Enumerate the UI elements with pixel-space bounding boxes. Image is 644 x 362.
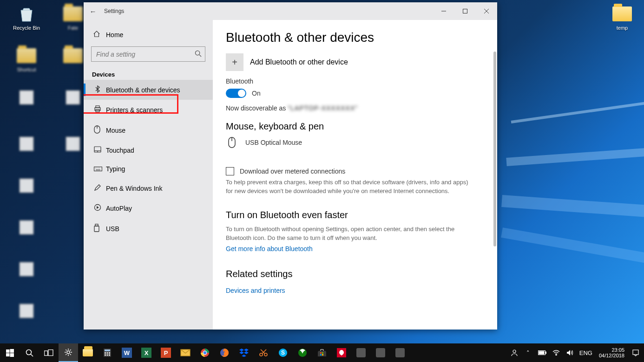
taskbar-app1[interactable]	[351, 343, 371, 362]
svg-rect-43	[105, 349, 110, 351]
desktop-icon-item[interactable]	[8, 301, 45, 322]
nav-label: USB	[106, 225, 119, 233]
notifications-icon[interactable]	[629, 343, 642, 362]
taskbar-settings[interactable]	[59, 343, 78, 362]
taskbar-task-view[interactable]	[39, 343, 59, 362]
svg-rect-3	[66, 137, 80, 151]
nav-item-pen[interactable]: Pen & Windows Ink	[84, 178, 213, 198]
taskbar-start[interactable]	[0, 343, 20, 362]
scrollbar[interactable]	[493, 20, 497, 330]
desktop-icon-item[interactable]	[8, 134, 45, 155]
page-title: Bluetooth & other devices	[226, 30, 484, 45]
desktop-icon-recycle-bin[interactable]: Recycle Bin	[8, 4, 45, 31]
taskbar-store[interactable]	[312, 343, 332, 362]
add-device-button[interactable]: + Add Bluetooth or other device	[226, 53, 484, 71]
nav-label: Typing	[106, 165, 125, 173]
taskbar-firefox[interactable]	[215, 343, 234, 362]
add-device-label: Add Bluetooth or other device	[250, 58, 348, 66]
sound-icon[interactable]	[564, 343, 577, 362]
taskbar-app2[interactable]	[371, 343, 390, 362]
nav-item-bt[interactable]: Bluetooth & other devices	[84, 80, 213, 100]
bluetooth-toggle[interactable]	[226, 89, 246, 98]
home-label: Home	[106, 31, 123, 39]
titlebar: ← Settings	[84, 2, 497, 20]
svg-rect-46	[109, 352, 110, 354]
nav-item-touchpad[interactable]: Touchpad	[84, 141, 213, 160]
desktop-icon-item[interactable]	[8, 217, 45, 239]
minimize-button[interactable]	[433, 2, 454, 20]
system-tray: ˄ ENG 23:05 04/12/2018	[508, 343, 644, 362]
desktop-icon-shortcut[interactable]: Shortcut	[8, 45, 45, 73]
taskbar-explorer[interactable]	[78, 343, 98, 362]
discoverable-label: Now discoverable as	[226, 104, 286, 112]
related-link[interactable]: Devices and printers	[226, 287, 285, 294]
taskbar-calculator[interactable]	[98, 343, 117, 362]
sidebar: Home Devices Bluetooth & other devicesPr…	[84, 20, 213, 330]
typing-icon	[94, 165, 106, 173]
svg-rect-44	[105, 352, 106, 354]
nav-label: Touchpad	[106, 147, 134, 154]
faster-link[interactable]: Get more info about Bluetooth	[226, 245, 313, 252]
taskbar-word[interactable]: W	[117, 343, 137, 362]
back-button[interactable]: ←	[84, 7, 102, 15]
nav-item-autoplay[interactable]: AutoPlay	[84, 198, 213, 218]
taskbar-outlook[interactable]	[176, 343, 195, 362]
home-link[interactable]: Home	[84, 26, 213, 44]
taskbar-skype[interactable]: S	[273, 343, 293, 362]
people-icon[interactable]	[508, 343, 521, 362]
language-indicator[interactable]: ENG	[578, 343, 594, 362]
taskbar-avira[interactable]	[332, 343, 351, 362]
section-faster: Turn on Bluetooth even faster	[226, 210, 484, 220]
pen-icon	[94, 184, 106, 193]
mouse-icon	[94, 125, 106, 135]
svg-rect-63	[322, 354, 323, 356]
desktop-icon-item[interactable]	[8, 175, 45, 197]
taskbar-powerpoint[interactable]: P	[156, 343, 176, 362]
taskbar-chrome[interactable]	[195, 343, 215, 362]
close-button[interactable]	[476, 2, 497, 20]
device-name: USB Optical Mouse	[245, 139, 302, 146]
svg-rect-7	[20, 304, 33, 318]
battery-icon[interactable]	[536, 343, 549, 362]
discoverable-name: "LAPTOP-XXXXXXX"	[288, 104, 358, 112]
checkbox-icon	[226, 167, 234, 175]
settings-window: ← Settings Home Dev	[84, 2, 497, 330]
home-icon	[93, 30, 106, 39]
nav-label: Printers & scanners	[106, 106, 163, 114]
section-related: Related settings	[226, 269, 484, 279]
wifi-icon[interactable]	[550, 343, 563, 362]
svg-rect-34	[10, 349, 14, 353]
clock-time: 23:05	[611, 347, 624, 353]
svg-rect-9	[463, 9, 467, 13]
nav-item-usb[interactable]: USB	[84, 218, 213, 239]
bt-icon	[94, 85, 106, 94]
svg-rect-49	[109, 355, 110, 356]
desktop-icon-temp[interactable]: temp	[604, 4, 640, 31]
taskbar-app3[interactable]	[390, 343, 410, 362]
svg-rect-61	[322, 352, 323, 354]
taskbar-excel[interactable]: X	[137, 343, 156, 362]
svg-rect-4	[20, 179, 33, 193]
maximize-button[interactable]	[454, 2, 476, 20]
taskbar-xbox[interactable]	[293, 343, 312, 362]
taskbar-dropbox[interactable]	[234, 343, 254, 362]
search-input[interactable]	[91, 46, 205, 62]
svg-point-69	[556, 355, 557, 356]
tray-chevron-icon[interactable]: ˄	[522, 343, 535, 362]
desktop-icon-item[interactable]	[8, 259, 45, 280]
bluetooth-label: Bluetooth	[226, 78, 484, 85]
svg-rect-22	[94, 167, 102, 171]
svg-rect-14	[96, 106, 99, 108]
nav-item-typing[interactable]: Typing	[84, 160, 213, 178]
nav-item-printer[interactable]: Printers & scanners	[84, 100, 213, 120]
clock[interactable]: 23:05 04/12/2018	[595, 347, 628, 358]
metered-checkbox-row[interactable]: Download over metered connections	[226, 167, 484, 175]
desktop-icon-item[interactable]	[8, 87, 45, 109]
nav-item-mouse[interactable]: Mouse	[84, 120, 213, 141]
svg-rect-47	[105, 355, 106, 356]
bluetooth-state: On	[252, 90, 261, 97]
taskbar-search[interactable]	[20, 343, 39, 362]
svg-rect-45	[107, 352, 108, 354]
device-item[interactable]: USB Optical Mouse	[226, 136, 484, 149]
taskbar-snip[interactable]	[254, 343, 273, 362]
